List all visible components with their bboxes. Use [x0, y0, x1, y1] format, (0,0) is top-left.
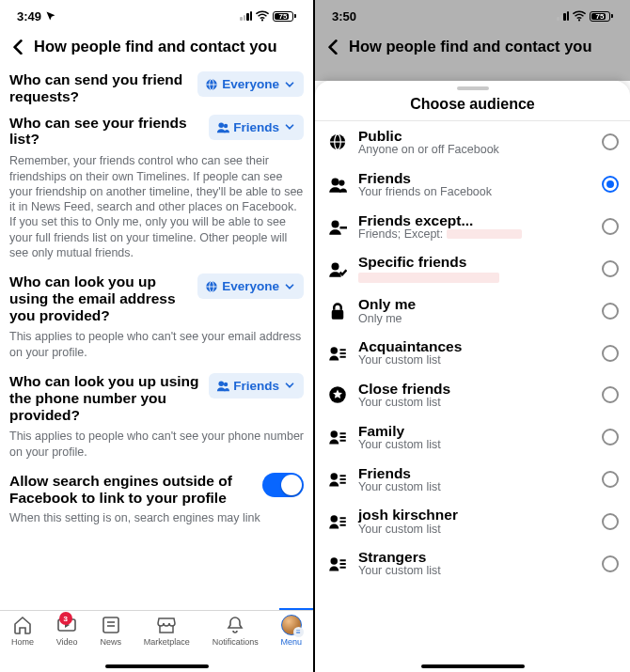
tab-home-label: Home [11, 637, 34, 647]
sheet-grabber[interactable] [457, 86, 489, 90]
radio-button[interactable] [602, 555, 619, 572]
audience-name: josh kirschner [358, 507, 592, 523]
radio-button[interactable] [602, 345, 619, 362]
audience-sub: Friends; Except: [358, 228, 592, 242]
lookup-email-value: Everyone [222, 279, 279, 293]
globe-icon [205, 280, 218, 293]
friends-list-label: Who can see your friends list? [9, 115, 201, 148]
tab-notifications[interactable]: Notifications [213, 615, 259, 647]
list-icon [326, 428, 349, 446]
radio-button[interactable] [602, 386, 619, 403]
audience-option[interactable]: Close friendsYour custom list [326, 374, 619, 416]
settings-screen: 3:49 75 How people find and contact you … [0, 0, 315, 672]
home-icon [12, 615, 33, 635]
friend-requests-selector[interactable]: Everyone [197, 71, 304, 97]
audience-option[interactable]: josh kirschnerYour custom list [326, 500, 619, 542]
tab-menu-label: Menu [281, 637, 303, 647]
radio-button[interactable] [602, 471, 619, 488]
tab-news-label: News [100, 637, 121, 647]
video-badge: 3 [59, 612, 72, 625]
page-title: How people find and contact you [349, 38, 592, 55]
audience-sub: Your custom list [358, 565, 592, 578]
home-indicator[interactable] [105, 664, 209, 668]
audience-option[interactable]: FriendsYour custom list [326, 459, 619, 501]
radio-button[interactable] [602, 176, 619, 193]
chevron-down-icon [283, 280, 296, 293]
tab-marketplace[interactable]: Marketplace [144, 615, 190, 647]
audience-option[interactable]: StrangersYour custom list [326, 542, 619, 585]
tab-bar: Home 3Video News Marketplace Notificatio… [0, 610, 313, 672]
tab-marketplace-label: Marketplace [144, 637, 190, 647]
back-button[interactable] [323, 36, 343, 56]
audience-name: Only me [358, 296, 592, 312]
friends-list-value: Friends [233, 120, 279, 134]
audience-sub: Your friends on Facebook [358, 186, 592, 199]
audience-name: Acquaintances [358, 338, 592, 354]
tab-menu[interactable]: ≡Menu [281, 615, 303, 647]
search-engines-label: Allow search engines outside of Facebook… [9, 473, 253, 507]
audience-sub: Only me [358, 313, 592, 326]
search-engines-helper: When this setting is on, search engines … [9, 507, 304, 531]
audience-option[interactable]: FriendsYour friends on Facebook [326, 164, 619, 206]
sheet-title: Choose audience [315, 96, 630, 121]
signal-icon [557, 11, 569, 21]
chevron-left-icon [324, 38, 341, 55]
chevron-down-icon [283, 78, 296, 91]
audience-sub [358, 270, 592, 283]
radio-button[interactable] [602, 429, 619, 445]
page-header: How people find and contact you [315, 26, 630, 64]
tab-news[interactable]: News [100, 615, 121, 647]
news-icon [101, 615, 121, 635]
list-icon [326, 555, 349, 573]
tab-home[interactable]: Home [11, 615, 34, 647]
friends-icon [326, 175, 349, 194]
lookup-email-label: Who can look you up using the email addr… [9, 273, 190, 323]
friend-requests-label: Who can send you friend requests? [9, 71, 190, 105]
audience-option[interactable]: Specific friends [326, 247, 619, 289]
radio-button[interactable] [602, 513, 619, 530]
friends-icon [216, 120, 229, 133]
chevron-left-icon [9, 38, 26, 55]
audience-option[interactable]: Only meOnly me [326, 289, 619, 332]
status-bar: 3:50 75 [315, 0, 630, 26]
list-icon [326, 344, 349, 363]
audience-option[interactable]: Friends except...Friends; Except: [326, 206, 619, 248]
location-icon [45, 10, 56, 22]
audience-option[interactable]: FamilyYour custom list [326, 416, 619, 459]
audience-picker-screen: 3:50 75 How people find and contact you … [315, 0, 630, 672]
audience-sub: Your custom list [358, 397, 592, 410]
audience-name: Friends except... [358, 212, 592, 228]
audience-sub: Your custom list [358, 439, 592, 452]
audience-sub: Your custom list [358, 524, 592, 537]
back-button[interactable] [8, 36, 28, 56]
avatar-icon: ≡ [281, 615, 302, 635]
audience-option[interactable]: AcquaintancesYour custom list [326, 332, 619, 374]
radio-button[interactable] [602, 218, 619, 235]
lookup-email-helper: This applies to people who can't see you… [9, 325, 304, 366]
audience-option[interactable]: PublicAnyone on or off Facebook [326, 121, 619, 164]
audience-name: Friends [358, 465, 592, 481]
audience-name: Friends [358, 170, 592, 186]
tab-video-label: Video [56, 637, 78, 647]
list-icon [326, 512, 349, 531]
lookup-phone-selector[interactable]: Friends [209, 373, 304, 399]
radio-button[interactable] [602, 260, 619, 277]
friends-icon [216, 379, 229, 392]
friends-list-selector[interactable]: Friends [209, 115, 304, 140]
lookup-phone-helper: This applies to people who can't see you… [9, 425, 304, 465]
lookup-email-selector[interactable]: Everyone [197, 273, 304, 299]
audience-name: Strangers [358, 549, 592, 565]
friends-list-helper: Remember, your friends control who can s… [9, 149, 304, 266]
tab-video[interactable]: 3Video [56, 615, 78, 647]
status-bar: 3:49 75 [0, 0, 313, 26]
home-indicator[interactable] [421, 664, 525, 668]
globe-icon [326, 133, 349, 151]
radio-button[interactable] [602, 303, 619, 320]
audience-name: Public [358, 128, 592, 144]
list-icon [326, 470, 349, 489]
audience-list: PublicAnyone on or off FacebookFriendsYo… [315, 121, 630, 585]
audience-sub: Your custom list [358, 481, 592, 494]
marketplace-icon [156, 615, 177, 635]
search-engines-toggle[interactable] [262, 473, 304, 497]
radio-button[interactable] [602, 133, 619, 150]
